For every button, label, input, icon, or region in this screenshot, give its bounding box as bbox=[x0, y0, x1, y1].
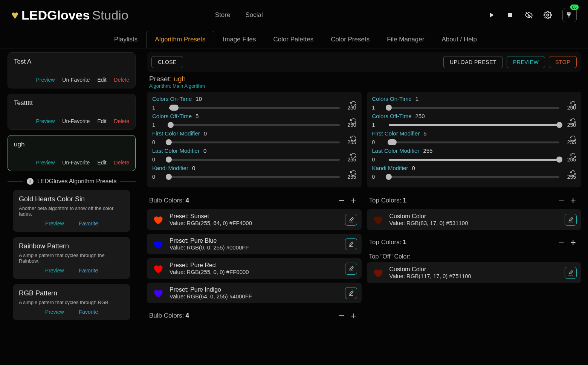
visibility-off-icon[interactable] bbox=[525, 11, 533, 19]
param-slider[interactable] bbox=[169, 107, 340, 109]
link-store[interactable]: Store bbox=[215, 11, 231, 19]
param-colors-on-time: Colors On-Time11250 bbox=[372, 96, 576, 111]
library-preset-card[interactable]: RGB PatternA simple pattern that cycles … bbox=[13, 284, 130, 320]
heart-icon bbox=[371, 266, 384, 279]
preset-editor[interactable]: CLOSE UPLOAD PRESET PREVIEW STOP Preset:… bbox=[143, 49, 588, 365]
tab-about[interactable]: About / Help bbox=[433, 31, 486, 48]
stop-icon[interactable] bbox=[506, 11, 514, 19]
slider-min: 0 bbox=[372, 174, 383, 180]
delete-link[interactable]: Delete bbox=[114, 118, 129, 124]
library-preset-card[interactable]: Gold Hearts Color SinAnother beta algori… bbox=[13, 190, 130, 232]
preview-button[interactable]: PREVIEW bbox=[507, 56, 545, 68]
remove-top-color-button-2[interactable]: − bbox=[556, 237, 567, 247]
param-slider[interactable] bbox=[389, 107, 560, 109]
tab-playlists[interactable]: Playlists bbox=[105, 31, 146, 48]
stop-button[interactable]: STOP bbox=[549, 56, 577, 68]
color-value: Value: RGB(255, 64, 0) #FF4000 bbox=[170, 220, 252, 226]
unfavorite-link[interactable]: Un-Favorite bbox=[62, 77, 90, 83]
header-links: Store Social bbox=[215, 11, 263, 19]
edit-color-button[interactable] bbox=[345, 214, 357, 226]
lib-preset-title: RGB Pattern bbox=[19, 289, 124, 297]
param-slider[interactable] bbox=[169, 141, 340, 143]
link-social[interactable]: Social bbox=[245, 11, 263, 19]
unfavorite-link[interactable]: Un-Favorite bbox=[62, 160, 90, 166]
tab-color-presets[interactable]: Color Presets bbox=[322, 31, 378, 48]
favorite-link[interactable]: Favorite bbox=[79, 221, 98, 227]
param-slider[interactable] bbox=[389, 159, 560, 161]
close-button[interactable]: CLOSE bbox=[151, 56, 183, 68]
add-top-color-button-2[interactable]: + bbox=[567, 237, 579, 247]
slider-min: 1 bbox=[372, 105, 383, 111]
refresh-icon[interactable] bbox=[570, 101, 576, 108]
preview-link[interactable]: Preview bbox=[45, 221, 64, 227]
unfavorite-link[interactable]: Un-Favorite bbox=[62, 118, 90, 124]
add-top-color-button[interactable]: + bbox=[567, 196, 579, 205]
refresh-icon[interactable] bbox=[570, 118, 576, 126]
param-slider[interactable] bbox=[389, 176, 560, 178]
refresh-icon[interactable] bbox=[350, 153, 356, 160]
preview-link[interactable]: Preview bbox=[36, 160, 55, 166]
preview-link[interactable]: Preview bbox=[36, 118, 55, 124]
edit-color-button[interactable] bbox=[565, 267, 577, 279]
refresh-icon[interactable] bbox=[350, 101, 356, 108]
edit-color-button[interactable] bbox=[345, 263, 357, 275]
edit-color-button[interactable] bbox=[345, 287, 357, 299]
edit-color-button[interactable] bbox=[565, 214, 577, 226]
preview-link[interactable]: Preview bbox=[45, 309, 64, 315]
refresh-icon[interactable] bbox=[350, 118, 356, 126]
favorite-link[interactable]: Favorite bbox=[79, 309, 98, 315]
refresh-icon[interactable] bbox=[570, 170, 576, 178]
logo-brand: LEDGloves bbox=[21, 8, 90, 23]
library-preset-card[interactable]: Rainbow PatternA simple pattern that cyc… bbox=[13, 237, 130, 279]
preset-card-title: Testtttt bbox=[14, 99, 129, 107]
refresh-icon[interactable] bbox=[570, 135, 576, 143]
edit-link[interactable]: Edit bbox=[97, 77, 106, 83]
param-value: 1 bbox=[415, 96, 418, 102]
info-icon[interactable]: i bbox=[27, 178, 34, 185]
color-value: Value: RGB(83, 17, 0) #531100 bbox=[389, 220, 468, 226]
bulb-colors-header-2: Bulb Colors: 4 − + bbox=[147, 307, 362, 324]
color-value: Value: RGB(117, 17, 0) #751100 bbox=[389, 273, 471, 279]
preview-link[interactable]: Preview bbox=[36, 77, 55, 83]
remove-bulb-color-button-2[interactable]: − bbox=[336, 311, 347, 321]
user-preset-card[interactable]: ughPreviewUn-FavoriteEditDelete bbox=[8, 135, 136, 171]
glove-count-badge: 03 bbox=[570, 5, 579, 10]
add-bulb-color-button[interactable]: + bbox=[347, 196, 359, 205]
edit-color-button[interactable] bbox=[345, 238, 357, 250]
remove-bulb-color-button[interactable]: − bbox=[336, 196, 347, 205]
edit-link[interactable]: Edit bbox=[97, 118, 106, 124]
preset-sidebar[interactable]: Test APreviewUn-FavoriteEditDeleteTesttt… bbox=[0, 49, 143, 365]
tab-algorithm-presets[interactable]: Algorithm Presets bbox=[146, 31, 214, 48]
user-preset-card[interactable]: Test APreviewUn-FavoriteEditDelete bbox=[8, 52, 136, 88]
color-name: Preset: Sunset bbox=[170, 213, 252, 220]
param-slider[interactable] bbox=[169, 176, 340, 178]
refresh-icon[interactable] bbox=[350, 135, 356, 143]
param-slider[interactable] bbox=[389, 141, 560, 143]
play-icon[interactable] bbox=[487, 11, 495, 19]
delete-link[interactable]: Delete bbox=[114, 77, 129, 83]
user-preset-card[interactable]: TestttttPreviewUn-FavoriteEditDelete bbox=[8, 94, 136, 130]
tab-file-manager[interactable]: File Manager bbox=[378, 31, 433, 48]
edit-link[interactable]: Edit bbox=[97, 160, 106, 166]
glove-status-button[interactable]: 03 bbox=[562, 8, 577, 22]
refresh-icon[interactable] bbox=[350, 170, 356, 178]
delete-link[interactable]: Delete bbox=[114, 160, 129, 166]
tab-color-palettes[interactable]: Color Palettes bbox=[264, 31, 322, 48]
color-name: Custom Color bbox=[389, 213, 468, 220]
remove-top-color-button[interactable]: − bbox=[556, 196, 567, 205]
favorite-link[interactable]: Favorite bbox=[79, 268, 98, 274]
color-name: Preset: Pure Blue bbox=[170, 237, 249, 244]
add-bulb-color-button-2[interactable]: + bbox=[347, 311, 359, 321]
lib-preset-title: Rainbow Pattern bbox=[19, 242, 124, 250]
param-slider[interactable] bbox=[169, 124, 340, 126]
settings-icon[interactable] bbox=[544, 11, 552, 19]
param-slider[interactable] bbox=[389, 124, 560, 126]
lib-preset-desc: A simple pattern that cycles through RGB… bbox=[19, 300, 124, 305]
svg-rect-0 bbox=[508, 13, 512, 17]
preview-link[interactable]: Preview bbox=[45, 268, 64, 274]
color-value: Value: RGB(0, 0, 255) #0000FF bbox=[170, 244, 249, 251]
upload-preset-button[interactable]: UPLOAD PRESET bbox=[443, 56, 503, 68]
param-slider[interactable] bbox=[169, 159, 340, 161]
refresh-icon[interactable] bbox=[570, 153, 576, 160]
tab-image-files[interactable]: Image Files bbox=[214, 31, 265, 48]
